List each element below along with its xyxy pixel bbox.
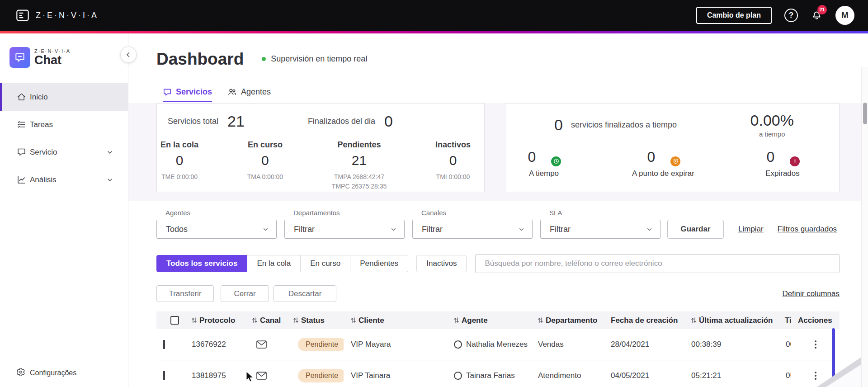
table-header-row: Protocolo Canal Status Cliente Agente (156, 311, 840, 329)
finished-today-value: 0 (384, 113, 393, 130)
chat-product-icon (9, 47, 30, 68)
row-actions-menu[interactable] (809, 338, 822, 351)
discard-button[interactable]: Descartar (274, 285, 336, 302)
column-header-agente[interactable]: Agente (447, 316, 531, 325)
email-channel-icon (245, 340, 286, 349)
help-icon[interactable]: ? (784, 9, 798, 22)
sort-icon (351, 317, 356, 323)
departments-filter-select[interactable]: Filtrar (284, 220, 405, 239)
mouse-cursor (245, 371, 255, 382)
table-row[interactable]: 13818975 Pendiente VIP Tainara Tainara F… (156, 360, 840, 387)
close-button[interactable]: Cerrar (221, 285, 269, 302)
column-header-departamento[interactable]: Departamento (531, 316, 604, 325)
sidebar-collapse-button[interactable] (120, 47, 137, 63)
departments-filter-label: Departamentos (284, 209, 405, 217)
chart-icon (17, 175, 26, 184)
transfer-button[interactable]: Transferir (156, 285, 214, 302)
clear-filters-link[interactable]: Limpiar (738, 225, 764, 234)
column-header-status[interactable]: Status (286, 316, 344, 325)
agents-filter-label: Agentes (156, 209, 277, 217)
created-cell: 04/05/2021 (604, 371, 684, 380)
zenvia-logo-icon (15, 8, 30, 23)
tab-en-la-cola[interactable]: En la cola (247, 255, 301, 272)
notifications-bell-icon[interactable]: 21 (811, 9, 823, 23)
agent-avatar (454, 340, 462, 349)
chat-icon (17, 147, 26, 157)
save-filters-button[interactable]: Guardar (667, 220, 724, 239)
column-header-acciones: Acciones (791, 316, 840, 325)
row-checkbox[interactable] (163, 340, 165, 349)
on-time-bubble-icon (542, 149, 560, 165)
agent-cell: Tainara Farias (447, 371, 531, 380)
column-header-cliente[interactable]: Cliente (344, 316, 447, 325)
sla-finished-value: 0 (554, 116, 563, 134)
exclamation-icon (790, 156, 800, 166)
sla-card: 0 servicios finalizados a tiempo 0.00% a… (505, 103, 840, 192)
define-columns-link[interactable]: Definir columnas (782, 289, 840, 298)
updated-cell: 05:21:21 (684, 371, 778, 380)
tab-servicios[interactable]: Servicios (163, 87, 212, 102)
protocol-cell: 13676922 (184, 340, 245, 349)
tab-inactivos[interactable]: Inactivos (416, 255, 467, 272)
column-header-protocolo[interactable]: Protocolo (184, 316, 245, 325)
main-content: Dashboard Supervisión en tiempo real Ser… (128, 33, 868, 387)
sidebar-item-servicio[interactable]: Servicio (0, 138, 128, 166)
channels-filter-label: Canales (412, 209, 533, 217)
page-scrollbar-thumb[interactable] (863, 103, 867, 124)
sla-percent: 0.00% a tiempo (750, 112, 794, 138)
change-plan-button[interactable]: Cambio de plan (696, 7, 772, 24)
column-header-canal[interactable]: Canal (245, 316, 286, 325)
sidebar-item-inicio[interactable]: Inicio (0, 83, 128, 111)
gear-icon (16, 368, 25, 378)
tab-pendientes[interactable]: Pendientes (350, 255, 408, 272)
page-curl-decoration (811, 354, 861, 387)
agents-filter-select[interactable]: Todos (156, 220, 277, 239)
department-cell: Atendimento (531, 371, 604, 380)
column-header-ultima-actualizacion[interactable]: Última actualización (684, 316, 778, 325)
table-row[interactable]: 13676922 Pendiente VIP Mayara Nathalia M… (156, 329, 840, 360)
chevron-down-icon (262, 226, 269, 233)
page-title: Dashboard (156, 50, 244, 69)
sidebar-item-configuracoes[interactable]: Configurações (0, 359, 128, 387)
sla-expired: 0 Expirados (753, 149, 812, 178)
service-filter-row: Todos los servicios En la cola En curso … (156, 254, 840, 273)
channels-filter-select[interactable]: Filtrar (412, 220, 533, 239)
page-scrollbar[interactable] (861, 67, 868, 387)
sla-on-time: 0 A tiempo (514, 149, 573, 178)
alarm-clock-icon (670, 156, 680, 166)
saved-filters-link[interactable]: Filtros guardados (778, 225, 837, 234)
zenvia-chat-logo: Z·E·N·V·I·A Chat (0, 33, 128, 68)
topbar: Z·E·N·V·I·A Cambio de plan ? 21 M (0, 0, 868, 31)
queue-stat-inactivos: Inactivos 0 TMI 0:00:00 (435, 140, 471, 191)
sidebar-item-tareas[interactable]: Tareas (0, 111, 128, 138)
agent-avatar (454, 372, 462, 380)
zenvia-wordmark: Z·E·N·V·I·A (36, 11, 99, 20)
created-cell: 28/04/2021 (604, 340, 684, 349)
status-badge: Pendiente (298, 338, 344, 351)
tab-en-curso[interactable]: En curso (300, 255, 350, 272)
search-input[interactable] (475, 254, 840, 273)
tab-todos-los-servicios[interactable]: Todos los servicios (156, 255, 247, 272)
home-icon (17, 92, 26, 102)
services-summary-card: Servicios total 21 Finalizados del dia 0… (156, 103, 485, 192)
column-header-tiempo-truncated: Ti (778, 316, 791, 325)
select-all-checkbox[interactable] (170, 316, 179, 325)
services-total-label: Servicios total (168, 117, 218, 126)
sort-icon (192, 317, 197, 323)
sort-icon (454, 317, 459, 323)
sidebar-item-analisis[interactable]: Análisis (0, 166, 128, 194)
services-table: Protocolo Canal Status Cliente Agente (156, 311, 840, 387)
row-checkbox[interactable] (163, 371, 165, 380)
department-cell: Vendas (531, 340, 604, 349)
sla-filter-select[interactable]: Filtrar (540, 220, 660, 239)
bulk-actions-row: Transferir Cerrar Descartar Definir colu… (156, 285, 840, 302)
client-cell: VIP Mayara (344, 340, 447, 349)
services-total-value: 21 (227, 113, 245, 130)
notification-count-badge: 21 (817, 5, 827, 14)
finished-today-label: Finalizados del dia (308, 117, 375, 126)
agent-cell: Nathalia Menezes (447, 340, 531, 349)
chevron-down-icon (518, 226, 525, 233)
time-cell: 05 (778, 371, 791, 380)
tab-agentes[interactable]: Agentes (227, 87, 271, 102)
user-avatar[interactable]: M (835, 6, 854, 25)
